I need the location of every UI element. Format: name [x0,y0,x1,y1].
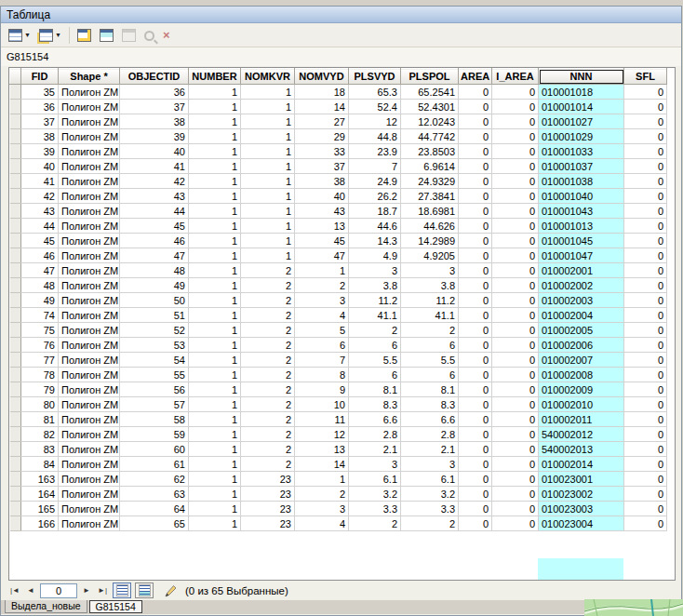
cell-shape[interactable]: Полигон ZM [59,368,120,382]
cell-objectid[interactable]: 46 [120,234,189,248]
cell-sfl[interactable]: 0 [624,382,667,397]
cell-plspol[interactable]: 52.4301 [401,100,459,114]
cell-area[interactable]: 0 [459,114,492,129]
cell-fid[interactable]: 43 [21,204,59,219]
select-by-attributes-button[interactable] [74,26,94,45]
cell-nomkvr[interactable]: 23 [241,516,295,531]
cell-plspol[interactable]: 2.1 [401,442,459,457]
cell-shape[interactable]: Полигон ZM [59,219,120,234]
cell-nnn[interactable]: 010023004 [539,516,624,531]
cell-i-area[interactable]: 0 [492,219,539,234]
column-header-nnn[interactable]: NNN [539,69,624,85]
cell-plsvyd[interactable]: 3.3 [349,502,401,516]
cell-plspol[interactable]: 3 [401,263,459,278]
cell-objectid[interactable]: 51 [120,308,189,323]
cell-objectid[interactable]: 62 [120,472,189,487]
row-selector[interactable] [10,353,21,368]
row-selector[interactable] [10,174,21,189]
cell-i-area[interactable]: 0 [492,85,539,100]
cell-nomvyd[interactable]: 13 [295,219,349,234]
cell-shape[interactable]: Полигон ZM [59,129,120,144]
cell-objectid[interactable]: 55 [120,368,189,382]
cell-objectid[interactable]: 43 [120,189,189,204]
cell-nnn[interactable]: 010001040 [539,189,624,204]
row-selector[interactable] [10,412,21,427]
cell-plspol[interactable]: 12.0243 [401,114,459,129]
window-titlebar[interactable]: Таблица [1,7,681,23]
cell-sfl[interactable]: 0 [624,516,667,531]
cell-number[interactable]: 1 [189,85,241,100]
cell-shape[interactable]: Полигон ZM [59,144,120,159]
cell-i-area[interactable]: 0 [492,397,539,412]
cell-fid[interactable]: 37 [21,114,59,129]
cell-area[interactable]: 0 [459,248,492,263]
cell-nnn[interactable]: 010002002 [539,278,624,293]
cell-fid[interactable]: 83 [21,442,59,457]
cell-fid[interactable]: 76 [21,338,59,353]
cell-nnn[interactable]: 010002009 [539,382,624,397]
first-record-button[interactable]: |◄ [8,583,21,597]
cell-plspol[interactable]: 44.7742 [401,129,459,144]
cell-number[interactable]: 1 [189,308,241,323]
cell-area[interactable]: 0 [459,368,492,382]
cell-plsvyd[interactable]: 44.8 [349,129,401,144]
cell-sfl[interactable]: 0 [624,159,667,174]
cell-objectid[interactable]: 39 [120,129,189,144]
cell-fid[interactable]: 164 [21,487,59,502]
cell-nomkvr[interactable]: 23 [241,487,295,502]
row-selector[interactable] [10,516,21,531]
cell-number[interactable]: 1 [189,114,241,129]
cell-shape[interactable]: Полигон ZM [59,442,120,457]
row-selector[interactable] [10,397,21,412]
cell-nnn[interactable]: 010001014 [539,100,624,114]
cell-plsvyd[interactable]: 8.1 [349,382,401,397]
cell-area[interactable]: 0 [459,353,492,368]
cell-objectid[interactable]: 63 [120,487,189,502]
cell-shape[interactable]: Полигон ZM [59,248,120,263]
cell-fid[interactable]: 46 [21,248,59,263]
cell-number[interactable]: 1 [189,129,241,144]
cell-area[interactable]: 0 [459,397,492,412]
cell-number[interactable]: 1 [189,427,241,442]
cell-shape[interactable]: Полигон ZM [59,412,120,427]
cell-nomvyd[interactable]: 37 [295,159,349,174]
cell-objectid[interactable]: 44 [120,204,189,219]
cell-plsvyd[interactable]: 11.2 [349,293,401,308]
cell-area[interactable]: 0 [459,234,492,248]
row-selector[interactable] [10,293,21,308]
cell-area[interactable]: 0 [459,442,492,457]
cell-nomvyd[interactable]: 10 [295,397,349,412]
cell-plsvyd[interactable]: 23.9 [349,144,401,159]
cell-nnn[interactable]: 010001043 [539,204,624,219]
cell-sfl[interactable]: 0 [624,219,667,234]
cell-fid[interactable]: 77 [21,353,59,368]
cell-number[interactable]: 1 [189,338,241,353]
next-record-button[interactable]: ► [80,583,93,597]
cell-plsvyd[interactable]: 14.3 [349,234,401,248]
cell-nnn[interactable]: 010002008 [539,368,624,382]
cell-i-area[interactable]: 0 [492,129,539,144]
current-record-input[interactable] [40,583,77,598]
cell-plsvyd[interactable]: 6.6 [349,412,401,427]
cell-nomkvr[interactable]: 1 [241,189,295,204]
cell-area[interactable]: 0 [459,427,492,442]
cell-area[interactable]: 0 [459,457,492,472]
cell-i-area[interactable]: 0 [492,144,539,159]
cell-sfl[interactable]: 0 [624,412,667,427]
cell-number[interactable]: 1 [189,204,241,219]
cell-fid[interactable]: 45 [21,234,59,248]
column-header-sfl[interactable]: SFL [624,69,667,85]
cell-nomkvr[interactable]: 1 [241,219,295,234]
row-selector[interactable] [10,382,21,397]
cell-i-area[interactable]: 0 [492,234,539,248]
cell-objectid[interactable]: 61 [120,457,189,472]
cell-plsvyd[interactable]: 5.5 [349,353,401,368]
cell-nnn[interactable]: 010002011 [539,412,624,427]
cell-nomkvr[interactable]: 2 [241,323,295,338]
cell-nnn[interactable]: 010002014 [539,457,624,472]
cell-plsvyd[interactable]: 3.2 [349,487,401,502]
cell-nnn[interactable]: 010002001 [539,263,624,278]
column-header-number[interactable]: NUMBER [189,69,241,85]
cell-plspol[interactable]: 27.3841 [401,189,459,204]
cell-number[interactable]: 1 [189,487,241,502]
